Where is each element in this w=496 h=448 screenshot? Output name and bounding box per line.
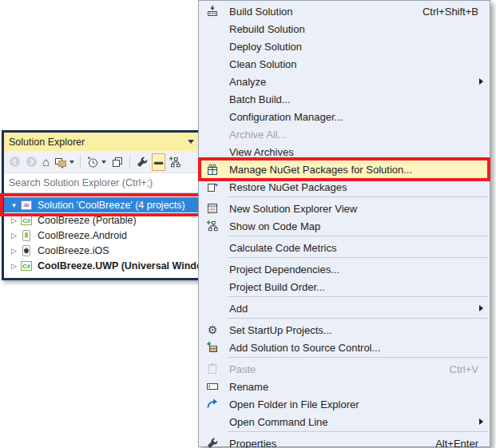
menu-item-shortcut: Alt+Enter — [435, 438, 478, 448]
forward-icon — [24, 153, 39, 171]
menu-item-label: Paste — [226, 363, 442, 375]
menu-item-project-build-order[interactable]: Project Build Order... — [199, 278, 490, 295]
svg-text:∞: ∞ — [23, 200, 30, 209]
menu-item-paste: PasteCtrl+V — [199, 360, 490, 378]
menu-item-label: Show on Code Map — [226, 220, 490, 232]
solution-explorer-toolbar: ⌂▬ — [4, 151, 199, 173]
solution-explorer-title-bar: Solution Explorer — [4, 133, 199, 151]
gear-icon: ⚙ — [199, 324, 226, 336]
menu-item-label: Open Folder in File Explorer — [226, 398, 490, 410]
menu-item-add-solution-to-source-control[interactable]: Add Solution to Source Control... — [199, 339, 490, 356]
menu-item-open-folder-in-file-explorer[interactable]: Open Folder in File Explorer — [199, 395, 490, 413]
home-icon[interactable]: ⌂ — [41, 153, 51, 171]
svg-text:C#: C# — [22, 263, 31, 270]
chevron-down-icon[interactable] — [188, 140, 194, 144]
tree-item-label: CoolBreeze.iOS — [38, 245, 109, 256]
open-folder-icon — [199, 398, 226, 410]
menu-item-label: Build Solution — [226, 6, 415, 18]
tree-item-label: Solution 'CoolBreeze' (4 projects) — [38, 200, 185, 211]
android-project-icon — [20, 229, 34, 242]
menu-item-label: Restore NuGet Packages — [226, 181, 490, 193]
menu-item-shortcut: Ctrl+V — [450, 363, 478, 375]
menu-item-configuration-manager[interactable]: Configuration Manager... — [199, 108, 490, 125]
expander-collapsed-icon[interactable]: ▷ — [8, 216, 20, 224]
tree-item-coolbreeze-ios[interactable]: ▷CoolBreeze.iOS — [4, 243, 199, 258]
menu-item-deploy-solution[interactable]: Deploy Solution — [199, 38, 490, 55]
tree-item-coolbreeze-portable[interactable]: ▷C#CoolBreeze (Portable) — [4, 212, 199, 228]
source-control-icon — [199, 341, 226, 354]
expander-expanded-icon[interactable]: ▾ — [8, 201, 20, 209]
menu-item-label: Properties — [226, 438, 427, 448]
visual-studio-screenshot: Solution Explorer ⌂▬ ▾∞Solution 'CoolBre… — [0, 0, 496, 448]
code-map-icon — [199, 220, 226, 232]
menu-item-label: Add — [226, 303, 490, 315]
menu-item-rebuild-solution[interactable]: Rebuild Solution — [199, 20, 490, 38]
nuget-icon — [199, 163, 226, 176]
preview-selected-items-icon[interactable]: ▬ — [152, 153, 165, 171]
menu-item-label: Configuration Manager... — [226, 111, 490, 123]
submenu-arrow-icon — [479, 305, 483, 311]
menu-item-project-dependencies[interactable]: Project Dependencies... — [199, 260, 490, 278]
menu-item-set-startup-projects[interactable]: ⚙Set StartUp Projects... — [199, 321, 490, 339]
submenu-arrow-icon — [479, 418, 483, 425]
menu-item-manage-nuget-packages-for-solution[interactable]: Manage NuGet Packages for Solution... — [199, 161, 490, 178]
menu-item-properties[interactable]: PropertiesAlt+Enter — [199, 434, 490, 448]
chevron-down-icon — [101, 161, 106, 164]
csharp-project-icon: C# — [20, 260, 34, 272]
menu-item-new-solution-explorer-view[interactable]: New Solution Explorer View — [199, 200, 490, 217]
menu-item-label: Archive All... — [226, 129, 490, 141]
menu-item-label: Manage NuGet Packages for Solution... — [226, 164, 490, 176]
menu-item-label: Calculate Code Metrics — [226, 242, 490, 254]
show-on-code-map-icon[interactable] — [167, 153, 183, 171]
new-solution-explorer-view-icon — [199, 202, 226, 215]
search-row — [4, 173, 199, 193]
solution-explorer-panel: Solution Explorer ⌂▬ ▾∞Solution 'CoolBre… — [2, 130, 201, 280]
menu-item-label: Deploy Solution — [226, 41, 490, 53]
menu-item-show-on-code-map[interactable]: Show on Code Map — [199, 217, 490, 235]
menu-item-label: Project Dependencies... — [226, 264, 490, 276]
csharp-project-icon: C# — [20, 214, 34, 227]
tree-item-coolbreeze-uwp-universal-window[interactable]: ▷C#CoolBreeze.UWP (Universal Window — [4, 258, 199, 273]
svg-text:C#: C# — [22, 217, 31, 224]
rename-icon — [199, 380, 226, 393]
menu-item-analyze[interactable]: Analyze — [199, 73, 490, 90]
menu-item-archive-all: Archive All... — [199, 125, 490, 143]
menu-item-batch-build[interactable]: Batch Build... — [199, 90, 490, 108]
sync-with-active-document-icon[interactable] — [109, 153, 125, 171]
menu-item-label: View Archives — [226, 146, 490, 158]
properties-wrench-icon[interactable] — [134, 153, 150, 171]
pending-changes-filter-icon[interactable] — [85, 153, 108, 171]
menu-item-open-command-line[interactable]: Open Command Line — [199, 413, 490, 430]
expander-collapsed-icon[interactable]: ▷ — [8, 247, 20, 255]
paste-icon — [199, 363, 226, 375]
tree-item-coolbreeze-android[interactable]: ▷CoolBreeze.Android — [4, 228, 199, 243]
expander-collapsed-icon[interactable]: ▷ — [8, 232, 20, 240]
build-icon — [199, 5, 226, 18]
switch-views-icon[interactable] — [53, 153, 76, 171]
submenu-arrow-icon — [479, 78, 483, 85]
menu-item-calculate-code-metrics[interactable]: Calculate Code Metrics — [199, 239, 490, 256]
restore-nuget-icon — [199, 180, 226, 193]
search-input[interactable] — [4, 173, 199, 192]
menu-item-label: Add Solution to Source Control... — [226, 342, 490, 354]
menu-item-view-archives[interactable]: View Archives — [199, 143, 490, 161]
menu-item-shortcut: Ctrl+Shift+B — [423, 6, 478, 18]
menu-item-restore-nuget-packages[interactable]: Restore NuGet Packages — [199, 178, 490, 196]
menu-item-clean-solution[interactable]: Clean Solution — [199, 55, 490, 73]
tree-item-label: CoolBreeze (Portable) — [38, 215, 137, 226]
chevron-down-icon — [69, 161, 74, 164]
menu-item-build-solution[interactable]: Build SolutionCtrl+Shift+B — [199, 2, 490, 20]
tree-item-label: CoolBreeze.UWP (Universal Window — [38, 260, 199, 272]
expander-collapsed-icon[interactable]: ▷ — [8, 262, 20, 270]
ios-project-icon — [20, 244, 34, 257]
tree-item-solution-coolbreeze-4-projects[interactable]: ▾∞Solution 'CoolBreeze' (4 projects) — [4, 197, 199, 212]
menu-item-label: Set StartUp Projects... — [226, 324, 490, 336]
menu-item-label: Rename — [226, 381, 490, 393]
menu-item-rename[interactable]: Rename — [199, 378, 490, 395]
panel-title: Solution Explorer — [9, 137, 188, 148]
context-menu: Build SolutionCtrl+Shift+BRebuild Soluti… — [198, 0, 490, 447]
menu-item-add[interactable]: Add — [199, 299, 490, 317]
menu-item-label: Open Command Line — [226, 416, 490, 428]
back-icon — [7, 153, 22, 171]
tree-item-label: CoolBreeze.Android — [38, 230, 127, 241]
